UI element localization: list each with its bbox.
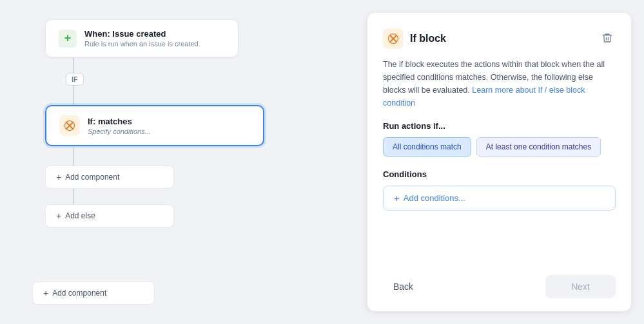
run-actions-label: Run actions if... [383, 121, 616, 131]
if-text: If: matches Specify conditions... [88, 117, 151, 135]
delete-button[interactable] [599, 30, 616, 48]
when-subtitle: Rule is run when an issue is created. [84, 40, 200, 48]
connector-line-1 [73, 57, 74, 73]
conditions-label: Conditions [383, 169, 616, 179]
connector-line-2 [73, 86, 74, 105]
next-button: Next [545, 275, 616, 298]
add-else-button[interactable]: + Add else [45, 204, 174, 227]
add-component-button[interactable]: + Add component [45, 166, 174, 189]
connector-line-3 [73, 146, 74, 166]
panel-title: If block [410, 33, 446, 44]
panel-footer: Back Next [383, 263, 616, 298]
add-conditions-label: Add conditions... [404, 193, 465, 203]
when-block[interactable]: + When: Issue created Rule is run when a… [45, 19, 239, 57]
if-label-row: IF [66, 73, 84, 86]
add-component-label: Add component [65, 173, 119, 182]
bottom-add-component-button[interactable]: + Add component [32, 281, 155, 305]
back-button[interactable]: Back [383, 276, 424, 297]
condition-options: All conditions match At least one condit… [383, 137, 616, 157]
panel-description: The if block executes the actions within… [383, 58, 616, 110]
panel-icon [383, 28, 404, 49]
when-text: When: Issue created Rule is run when an … [84, 29, 200, 48]
if-bubble: IF [66, 73, 84, 86]
when-title: When: Issue created [84, 29, 200, 39]
panel-title-group: If block [383, 28, 446, 49]
if-icon [59, 115, 80, 136]
add-else-label: Add else [65, 211, 95, 220]
if-matches-title: If: matches [88, 117, 151, 126]
bottom-plus-icon: + [43, 288, 48, 298]
plus-icon: + [59, 30, 77, 48]
connector-line-4 [73, 189, 74, 204]
at-least-one-btn[interactable]: At least one condition matches [476, 137, 601, 157]
canvas-area: + When: Issue created Rule is run when a… [0, 0, 367, 324]
add-conditions-button[interactable]: + Add conditions... [383, 186, 616, 211]
plus-icon-else: + [56, 211, 61, 221]
if-matches-subtitle: Specify conditions... [88, 128, 151, 135]
if-matches-block[interactable]: If: matches Specify conditions... [45, 105, 264, 146]
all-conditions-btn[interactable]: All conditions match [383, 137, 471, 157]
right-panel: If block The if block executes the actio… [367, 13, 631, 311]
add-conditions-plus-icon: + [394, 193, 400, 204]
bottom-add-component-label: Add component [52, 289, 106, 298]
plus-icon-add: + [56, 172, 61, 182]
panel-header: If block [383, 28, 616, 49]
